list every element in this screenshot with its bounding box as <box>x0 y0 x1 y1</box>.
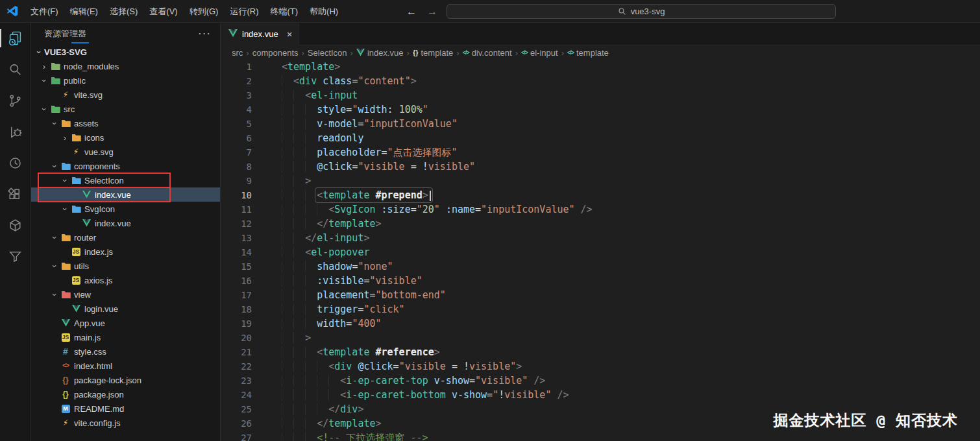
breadcrumb-item[interactable]: </>el-input <box>521 48 558 58</box>
code-line[interactable]: 23 <i-ep-caret-top v-show="visible" /> <box>221 374 980 388</box>
code-line[interactable]: 4 style="width: 100%" <box>221 102 980 117</box>
activity-extensions[interactable] <box>0 178 31 209</box>
tree-item-index.js[interactable]: JSindex.js <box>31 244 220 259</box>
vue-icon <box>80 191 92 198</box>
command-center-search[interactable]: vue3-svg <box>447 4 836 19</box>
code-line[interactable]: 2 <div class="content"> <box>221 74 980 88</box>
indent-guide <box>305 432 317 441</box>
menu-s[interactable]: 选择(S) <box>104 0 143 23</box>
activity-search[interactable] <box>0 54 31 85</box>
tree-item-App.vue[interactable]: App.vue <box>31 316 220 330</box>
indent-guide <box>282 189 293 201</box>
tree-item-vue.svg[interactable]: ⚡vue.svg <box>31 145 220 159</box>
indent-guide <box>293 332 305 344</box>
tree-item-package-lock.json[interactable]: {}package-lock.json <box>31 373 220 387</box>
code-line[interactable]: 18 trigger="click" <box>221 302 980 316</box>
indent-guide <box>293 289 305 301</box>
code-line[interactable]: 10 <template #prepend> <box>221 188 980 202</box>
tree-item-src[interactable]: ›src <box>31 102 220 116</box>
menu-t[interactable]: 终端(T) <box>264 0 304 23</box>
code-line[interactable]: 7 placeholder="点击选择图标" <box>221 145 980 160</box>
activity-source-control[interactable] <box>0 85 31 116</box>
code-line[interactable]: 17 placement="bottom-end" <box>221 288 980 302</box>
code-content: </template> <box>252 416 382 431</box>
tree-item-view[interactable]: ›view <box>31 287 220 302</box>
tree-item-main.js[interactable]: JSmain.js <box>31 330 220 344</box>
code-line[interactable]: 13 </el-input> <box>221 231 980 245</box>
tree-item-assets[interactable]: ›assets <box>31 116 220 130</box>
code-line[interactable]: 24 <i-ep-caret-bottom v-show="!visible" … <box>221 388 980 402</box>
indent-guide <box>293 418 305 429</box>
tree-item-utils[interactable]: ›utils <box>31 259 220 273</box>
tree-item-icons[interactable]: ›icons <box>31 130 220 145</box>
code-line[interactable]: 12 </template> <box>221 217 980 231</box>
forward-arrow-button[interactable]: → <box>427 6 437 18</box>
tree-item-node_modules[interactable]: ›node_modules <box>31 59 220 73</box>
code-line[interactable]: 21 <template #reference> <box>221 345 980 359</box>
menu-e[interactable]: 编辑(E) <box>64 0 104 23</box>
breadcrumb-item[interactable]: components <box>252 48 299 58</box>
menu-v[interactable]: 查看(V) <box>143 0 183 23</box>
breadcrumb-item[interactable]: index.vue <box>356 48 404 58</box>
indent-guide <box>282 361 293 372</box>
tree-item-public[interactable]: ›public <box>31 73 220 88</box>
code-line[interactable]: 1<template> <box>221 60 980 74</box>
menu-h[interactable]: 帮助(H) <box>304 0 344 23</box>
breadcrumb-item[interactable]: SelectIcon <box>308 48 347 58</box>
tree-item-index.vue[interactable]: index.vue <box>31 187 220 202</box>
tree-item-index.vue[interactable]: index.vue <box>31 216 220 230</box>
code-line[interactable]: 15 shadow="none" <box>221 259 980 274</box>
code-line[interactable]: 19 width="400" <box>221 316 980 331</box>
activity-explorer[interactable] <box>0 23 31 54</box>
code-line[interactable]: 8 @click="visible = !visible" <box>221 160 980 174</box>
tree-item-style.css[interactable]: #style.css <box>31 344 220 359</box>
breadcrumb-item[interactable]: src <box>232 48 243 58</box>
tree-item-axios.js[interactable]: JSaxios.js <box>31 273 220 287</box>
tree-item-components[interactable]: ›components <box>31 159 220 173</box>
indent-guide <box>305 261 317 272</box>
tree-item-SvgIcon[interactable]: ›SvgIcon <box>31 202 220 216</box>
chevron-down-icon: › <box>34 47 44 57</box>
close-tab-button[interactable]: × <box>287 29 293 40</box>
folder-icon <box>60 262 71 270</box>
tree-item-router[interactable]: ›router <box>31 230 220 244</box>
tab-index-vue[interactable]: index.vue × <box>221 23 299 45</box>
tree-item-SelectIcon[interactable]: ›SelectIcon <box>31 173 220 187</box>
code-content: readonly <box>252 131 363 145</box>
tree-item-package.json[interactable]: {}package.json <box>31 387 220 401</box>
activity-container[interactable] <box>0 209 31 241</box>
menu-g[interactable]: 转到(G) <box>184 0 225 23</box>
tree-item-README.md[interactable]: MREADME.md <box>31 401 220 416</box>
code-line[interactable]: 22 <div @click="visible = !visible"> <box>221 359 980 374</box>
indent-guide <box>293 175 305 187</box>
code-line[interactable]: 14 <el-popover <box>221 245 980 259</box>
tree-root-vue3-svg[interactable]: › VUE3-SVG <box>31 45 220 59</box>
tree-item-vite.config.js[interactable]: ⚡vite.config.js <box>31 416 220 430</box>
menu-f[interactable]: 文件(F) <box>25 0 64 23</box>
code-line[interactable]: 11 <SvgIcon :size="20" :name="inputIconV… <box>221 202 980 217</box>
breadcrumb-separator: › <box>245 48 249 58</box>
menu-r[interactable]: 运行(R) <box>224 0 264 23</box>
code-line[interactable]: 5 v-model="inputIconValue" <box>221 117 980 131</box>
code-editor[interactable]: 1<template>2 <div class="content">3 <el-… <box>221 60 980 441</box>
indent-guide <box>317 204 328 215</box>
activity-clock[interactable] <box>0 147 31 178</box>
code-line[interactable]: 27 <!-- 下拉选择弹窗 --> <box>221 431 980 441</box>
activity-filter[interactable] <box>0 241 31 272</box>
tree-item-login.vue[interactable]: login.vue <box>31 302 220 316</box>
clock-icon <box>7 155 23 171</box>
breadcrumb-item[interactable]: </>div.content <box>463 48 512 58</box>
tree-item-index.html[interactable]: <>index.html <box>31 359 220 373</box>
code-line[interactable]: 3 <el-input <box>221 88 980 102</box>
code-line[interactable]: 20 > <box>221 331 980 345</box>
indent-guide <box>282 332 293 344</box>
tree-item-vite.svg[interactable]: ⚡vite.svg <box>31 88 220 102</box>
breadcrumb-item[interactable]: {}template <box>413 48 453 58</box>
breadcrumb-item[interactable]: </>template <box>567 48 609 58</box>
activity-run-debug[interactable] <box>0 116 31 147</box>
code-line[interactable]: 9 > <box>221 174 980 188</box>
back-arrow-button[interactable]: ← <box>406 6 417 18</box>
code-line[interactable]: 6 readonly <box>221 131 980 145</box>
more-actions-button[interactable]: ··· <box>198 27 211 40</box>
code-line[interactable]: 16 :visible="visible" <box>221 274 980 288</box>
